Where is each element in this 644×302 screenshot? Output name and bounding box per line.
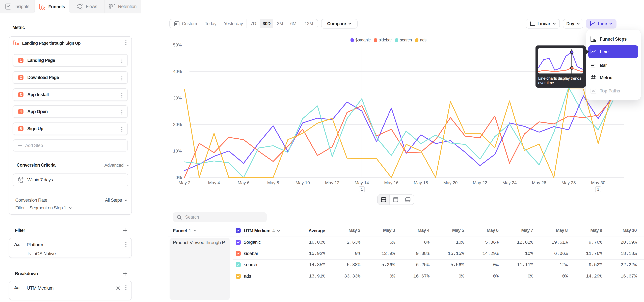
svg-text:May 14: May 14: [355, 180, 369, 185]
svg-text:May 26: May 26: [532, 180, 546, 185]
svg-text:May 28: May 28: [562, 180, 576, 185]
svg-text:May 6: May 6: [238, 180, 250, 185]
svg-text:May 12: May 12: [325, 180, 339, 185]
svg-text:May 4: May 4: [208, 180, 220, 185]
svg-text:May 2: May 2: [178, 180, 190, 185]
svg-text:May 10: May 10: [296, 180, 310, 185]
svg-text:0%: 0%: [176, 175, 182, 180]
svg-text:May 22: May 22: [473, 180, 487, 185]
svg-text:May 8: May 8: [267, 180, 279, 185]
svg-text:1: 1: [597, 187, 599, 192]
svg-text:20%: 20%: [173, 122, 182, 127]
svg-text:40%: 40%: [173, 69, 182, 74]
svg-text:May 20: May 20: [443, 180, 458, 185]
svg-text:30%: 30%: [173, 96, 182, 100]
svg-text:50%: 50%: [173, 42, 182, 48]
svg-text:May 30: May 30: [591, 180, 605, 185]
svg-text:1: 1: [361, 187, 363, 192]
svg-text:May 24: May 24: [502, 180, 517, 185]
svg-text:May 18: May 18: [414, 180, 428, 185]
svg-text:10%: 10%: [173, 148, 182, 154]
svg-text:May 16: May 16: [384, 180, 398, 185]
